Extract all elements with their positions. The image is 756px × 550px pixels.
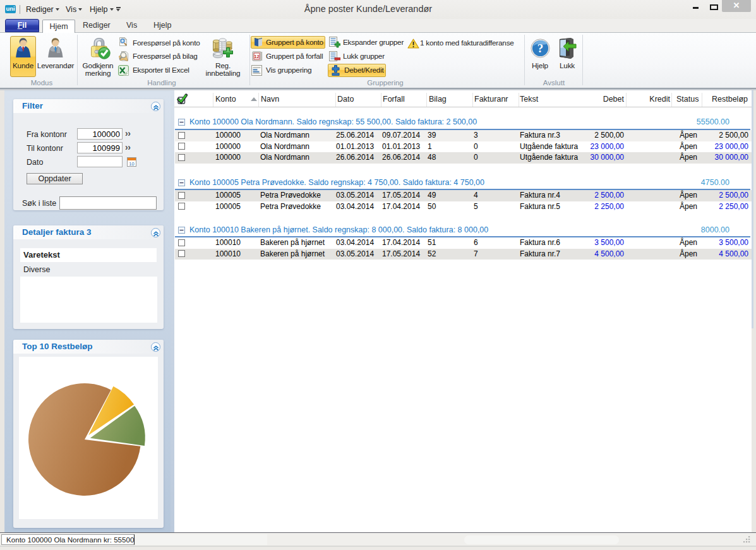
svg-text:?: ? (537, 42, 544, 55)
svg-text:10: 10 (129, 161, 134, 167)
svg-text:12: 12 (254, 54, 259, 59)
